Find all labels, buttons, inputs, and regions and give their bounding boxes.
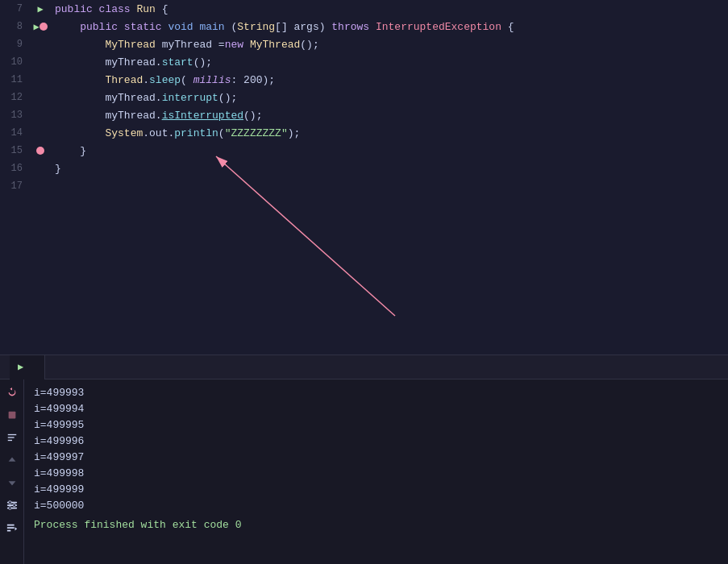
line-number: 12: [0, 92, 29, 103]
line-content: Thread.sleep( millis: 200);: [52, 74, 275, 86]
code-line-17: 17: [0, 177, 728, 195]
token-cls: String: [237, 21, 275, 33]
token-plain: [55, 39, 105, 51]
line-content: public class Run {: [52, 3, 168, 15]
token-plain: myThread.: [55, 56, 162, 68]
token-plain: }: [55, 145, 86, 157]
line-number: 9: [0, 39, 29, 50]
panel-tabs: ▶: [0, 355, 728, 379]
line-content: myThread.interrupt();: [52, 92, 237, 104]
token-plain: [55, 74, 105, 86]
line-number: 14: [0, 127, 29, 139]
svg-point-9: [8, 501, 11, 504]
token-cls: Thread: [105, 74, 143, 86]
token-kw: throws: [331, 21, 376, 33]
line-number: 13: [0, 110, 29, 121]
token-plain: [55, 21, 80, 33]
token-kw: public: [80, 21, 124, 33]
token-cls: MyThread: [250, 39, 300, 51]
line-content: }: [52, 163, 61, 175]
token-kw: static: [124, 21, 168, 33]
line-content: myThread.isInterrupted();: [52, 110, 262, 122]
line-gutter: [29, 147, 52, 155]
token-plain: );: [288, 127, 301, 139]
output-area[interactable]: i=499993i=499994i=499995i=499996i=499997…: [24, 379, 728, 564]
output-line: i=499995: [34, 417, 718, 433]
line-number: 16: [0, 163, 29, 174]
scroll-up-icon[interactable]: [4, 452, 20, 468]
token-kw2: void: [168, 21, 199, 33]
token-plain: myThread =: [156, 39, 225, 51]
token-plain: .out.: [143, 127, 174, 139]
code-line-10: 10 myThread.start();: [0, 53, 728, 71]
token-kw: new: [225, 39, 250, 51]
code-line-12: 12 myThread.interrupt();: [0, 89, 728, 106]
output-line: i=499993: [34, 384, 718, 400]
token-plain: (: [225, 21, 238, 33]
breakpoint-dot[interactable]: [36, 147, 44, 155]
svg-point-10: [12, 504, 15, 507]
settings-icon-1[interactable]: [4, 497, 20, 513]
token-plain: {: [501, 21, 514, 33]
scroll-down-icon[interactable]: [4, 475, 20, 491]
code-line-16: 16}: [0, 160, 728, 177]
line-gutter: ▶: [29, 3, 52, 15]
token-method: sleep: [149, 74, 181, 86]
token-method: println: [174, 127, 218, 139]
svg-rect-2: [8, 412, 15, 419]
line-content: MyThread myThread =new MyThread();: [52, 39, 319, 51]
token-plain: : 200);: [231, 74, 275, 86]
token-plain: [] args): [275, 21, 331, 33]
token-plain: {: [156, 3, 168, 15]
token-plain: myThread.: [55, 110, 162, 122]
run-arrow-icon: ▶: [37, 3, 43, 15]
token-plain: ();: [300, 39, 318, 51]
token-method: isInterrupted: [162, 110, 243, 122]
token-plain: myThread.: [55, 92, 162, 104]
run-tab[interactable]: ▶: [10, 355, 45, 379]
restart-icon[interactable]: [4, 384, 20, 400]
token-plain: .: [143, 74, 149, 86]
line-number: 15: [0, 145, 29, 156]
line-content: System.out.println("ZZZZZZZZ");: [52, 127, 300, 139]
line-number: 7: [0, 3, 29, 15]
line-content: public static void main (String[] args) …: [52, 21, 514, 33]
token-plain: (: [181, 74, 193, 86]
token-method: interrupt: [162, 92, 218, 104]
token-kw: class: [99, 3, 137, 15]
panel-content: i=499993i=499994i=499995i=499996i=499997…: [0, 379, 728, 564]
token-plain: ();: [193, 56, 212, 68]
editor-area: 7▶public class Run {8▶ public static voi…: [0, 0, 728, 355]
sort-icon[interactable]: [4, 429, 20, 446]
code-line-9: 9 MyThread myThread =new MyThread();: [0, 35, 728, 53]
token-plain: (: [218, 127, 225, 139]
line-number: 10: [0, 56, 29, 68]
token-exc: InterruptedException: [376, 21, 501, 33]
line-number: 17: [0, 180, 29, 192]
line-content: }: [52, 145, 86, 157]
token-method: start: [162, 56, 193, 68]
code-line-11: 11 Thread.sleep( millis: 200);: [0, 71, 728, 89]
run-tab-icon: ▶: [18, 361, 23, 373]
code-line-15: 15 }: [0, 142, 728, 160]
line-gutter: ▶: [29, 21, 52, 33]
token-str: "ZZZZZZZZ": [225, 127, 288, 139]
output-line: i=499994: [34, 400, 718, 417]
token-plain: }: [55, 163, 61, 175]
settings-icon-2[interactable]: [4, 520, 20, 536]
token-param-name: millis: [193, 74, 231, 86]
code-line-14: 14 System.out.println("ZZZZZZZZ");: [0, 124, 728, 142]
stop-icon[interactable]: [4, 407, 20, 423]
line-content: myThread.start();: [52, 56, 212, 68]
output-line: i=499997: [34, 449, 718, 465]
token-kw: public: [55, 3, 99, 15]
output-line: i=499998: [34, 465, 718, 481]
code-line-7: 7▶public class Run {: [0, 0, 728, 18]
token-fn: main: [199, 21, 224, 33]
breakpoint-dot[interactable]: [40, 23, 48, 31]
panel-sidebar: [0, 379, 24, 564]
run-arrow-icon: ▶: [33, 21, 39, 33]
svg-point-11: [8, 507, 11, 510]
token-cls: MyThread: [105, 39, 155, 51]
token-plain: [55, 127, 105, 139]
